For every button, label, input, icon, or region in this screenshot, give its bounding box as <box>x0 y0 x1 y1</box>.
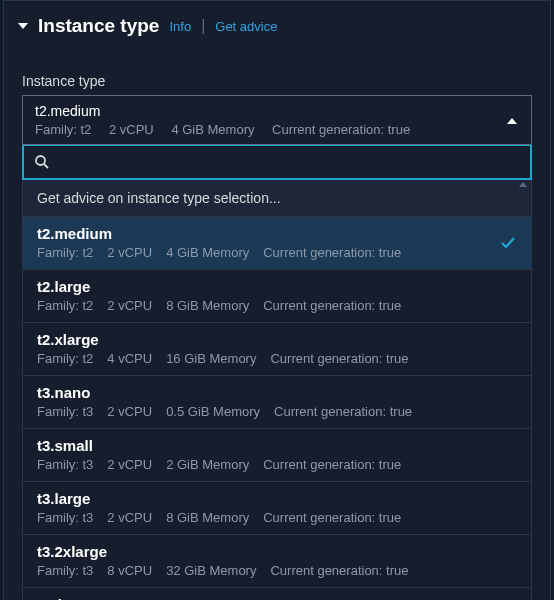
option-meta: Family: t32 vCPU2 GiB MemoryCurrent gene… <box>37 457 517 472</box>
option-memory: 2 GiB Memory <box>166 457 249 472</box>
option-generation: Current generation: true <box>270 563 408 578</box>
option-generation: Current generation: true <box>263 510 401 525</box>
svg-line-1 <box>44 164 48 168</box>
instance-option[interactable]: t2.mediumFamily: t22 vCPU4 GiB MemoryCur… <box>23 217 531 270</box>
selected-family: Family: t2 <box>35 122 91 137</box>
option-vcpu: 2 vCPU <box>107 404 152 419</box>
option-vcpu: 2 vCPU <box>107 298 152 313</box>
option-memory: 32 GiB Memory <box>166 563 256 578</box>
instance-option[interactable]: t3.2xlargeFamily: t38 vCPU32 GiB MemoryC… <box>23 535 531 588</box>
option-meta: Family: t24 vCPU16 GiB MemoryCurrent gen… <box>37 351 517 366</box>
option-name: t3.nano <box>37 384 517 401</box>
option-generation: Current generation: true <box>263 298 401 313</box>
option-meta: Family: t32 vCPU8 GiB MemoryCurrent gene… <box>37 510 517 525</box>
option-vcpu: 2 vCPU <box>107 457 152 472</box>
option-name: t2.medium <box>37 225 517 242</box>
option-family: Family: t3 <box>37 404 93 419</box>
instance-type-dropdown[interactable]: t2.medium Family: t2 2 vCPU 4 GiB Memory… <box>22 95 532 145</box>
option-meta: Family: t22 vCPU4 GiB MemoryCurrent gene… <box>37 245 517 260</box>
svg-point-0 <box>36 156 45 165</box>
option-family: Family: t2 <box>37 351 93 366</box>
panel-title: Instance type <box>38 15 159 37</box>
option-vcpu: 8 vCPU <box>107 563 152 578</box>
option-vcpu: 2 vCPU <box>107 510 152 525</box>
caret-up-icon <box>507 118 517 124</box>
option-name: t3.small <box>37 437 517 454</box>
field-label: Instance type <box>22 73 532 89</box>
panel-header[interactable]: Instance type Info | Get advice <box>4 1 550 51</box>
option-vcpu: 4 vCPU <box>107 351 152 366</box>
option-name: t3.large <box>37 490 517 507</box>
instance-option[interactable]: t2.xlargeFamily: t24 vCPU16 GiB MemoryCu… <box>23 323 531 376</box>
option-name: t2.xlarge <box>37 331 517 348</box>
advice-option-label: Get advice on instance type selection... <box>37 190 281 206</box>
search-wrap[interactable] <box>22 144 532 180</box>
options-list: t2.mediumFamily: t22 vCPU4 GiB MemoryCur… <box>22 217 532 600</box>
option-memory: 4 GiB Memory <box>166 245 249 260</box>
check-icon <box>499 234 517 252</box>
option-meta: Family: t22 vCPU8 GiB MemoryCurrent gene… <box>37 298 517 313</box>
option-name: c5.large <box>37 596 517 600</box>
option-family: Family: t3 <box>37 457 93 472</box>
option-memory: 16 GiB Memory <box>166 351 256 366</box>
option-family: Family: t3 <box>37 510 93 525</box>
caret-down-icon <box>18 23 28 29</box>
selected-memory: 4 GiB Memory <box>171 122 254 137</box>
selected-instance-meta: Family: t2 2 vCPU 4 GiB Memory Current g… <box>35 122 519 137</box>
option-generation: Current generation: true <box>270 351 408 366</box>
instance-option[interactable]: t2.largeFamily: t22 vCPU8 GiB MemoryCurr… <box>23 270 531 323</box>
selected-instance-name: t2.medium <box>35 103 519 119</box>
option-name: t3.2xlarge <box>37 543 517 560</box>
selected-generation: Current generation: true <box>272 122 410 137</box>
instance-option[interactable]: t3.smallFamily: t32 vCPU2 GiB MemoryCurr… <box>23 429 531 482</box>
scroll-up-icon <box>519 182 527 187</box>
option-name: t2.large <box>37 278 517 295</box>
instance-option[interactable]: t3.nanoFamily: t32 vCPU0.5 GiB MemoryCur… <box>23 376 531 429</box>
instance-type-panel: Instance type Info | Get advice Instance… <box>3 0 551 600</box>
option-generation: Current generation: true <box>274 404 412 419</box>
option-memory: 0.5 GiB Memory <box>166 404 260 419</box>
option-meta: Family: t32 vCPU0.5 GiB MemoryCurrent ge… <box>37 404 517 419</box>
separator: | <box>201 17 205 35</box>
option-meta: Family: t38 vCPU32 GiB MemoryCurrent gen… <box>37 563 517 578</box>
search-input[interactable] <box>58 154 520 170</box>
option-memory: 8 GiB Memory <box>166 510 249 525</box>
search-icon <box>34 154 50 170</box>
option-family: Family: t3 <box>37 563 93 578</box>
get-advice-link[interactable]: Get advice <box>215 19 277 34</box>
option-family: Family: t2 <box>37 298 93 313</box>
instance-option[interactable]: t3.largeFamily: t32 vCPU8 GiB MemoryCurr… <box>23 482 531 535</box>
option-generation: Current generation: true <box>263 457 401 472</box>
option-family: Family: t2 <box>37 245 93 260</box>
option-generation: Current generation: true <box>263 245 401 260</box>
option-vcpu: 2 vCPU <box>107 245 152 260</box>
selected-vcpu: 2 vCPU <box>109 122 154 137</box>
advice-option[interactable]: Get advice on instance type selection... <box>22 180 532 217</box>
panel-body: Instance type t2.medium Family: t2 2 vCP… <box>4 51 550 600</box>
instance-option[interactable]: c5.largeFamily: c52 vCPU4 GiB MemoryCurr… <box>23 588 531 600</box>
info-link[interactable]: Info <box>169 19 191 34</box>
option-memory: 8 GiB Memory <box>166 298 249 313</box>
